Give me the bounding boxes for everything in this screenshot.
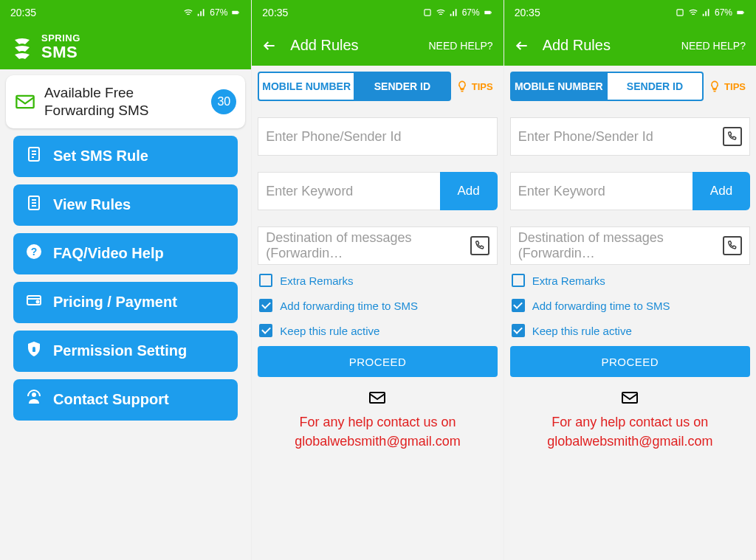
checkbox-checked-icon [259,299,272,312]
tab-row: MOBILE NUMBER SENDER ID TIPS [510,72,750,101]
menu-pricing[interactable]: Pricing / Payment [13,282,238,323]
checkbox-checked-icon [512,324,525,337]
battery-percent: 67% [462,7,480,18]
tab-mobile-number[interactable]: MOBILE NUMBER [510,72,608,101]
add-keyword-button[interactable]: Add [693,172,750,210]
keep-active-check[interactable]: Keep this rule active [510,321,750,340]
menu-label: Pricing / Payment [53,294,177,311]
help-block: For any help contact us on globalwebsmit… [510,389,750,451]
svg-rect-18 [743,12,743,13]
help-icon: ? [25,243,43,264]
extra-remarks-check[interactable]: Extra Remarks [258,271,497,290]
status-bar: 20:35 67% [504,0,756,25]
checkbox-checked-icon [512,299,525,312]
contacts-icon[interactable] [723,127,742,146]
proceed-button[interactable]: PROCEED [258,346,497,377]
tips-label: TIPS [724,81,746,92]
tips-label: TIPS [472,81,493,92]
add-keyword-button[interactable]: Add [440,172,498,210]
check-label: Extra Remarks [532,274,605,287]
keyword-input[interactable]: Enter Keyword [258,172,439,210]
envelope-icon [365,389,389,407]
destination-input[interactable]: Destination of messages (Forwardin… [258,227,497,265]
phone-sender-input[interactable]: Enter Phone/Sender Id [510,117,750,156]
fwd-time-check[interactable]: Add forwarding time to SMS [510,296,750,315]
tips-link[interactable]: TIPS [451,72,498,101]
envelope-icon [618,389,642,407]
need-help-link[interactable]: NEED HELP? [681,40,746,52]
keyword-input[interactable]: Enter Keyword [510,172,693,210]
extra-remarks-check[interactable]: Extra Remarks [510,271,750,290]
contacts-icon[interactable] [723,236,742,255]
wifi-icon [183,7,193,18]
phone-sender-input[interactable]: Enter Phone/Sender Id [258,117,497,156]
status-time: 20:35 [262,7,288,18]
rule-icon [25,145,43,167]
menu-label: Permission Setting [53,342,187,359]
keep-active-check[interactable]: Keep this rule active [258,321,497,340]
card-title: Available Free Forwarding SMS [44,84,202,120]
signal-icon [701,7,712,18]
tab-sender-id[interactable]: SENDER ID [355,72,451,101]
back-arrow-icon[interactable] [262,38,277,53]
svg-rect-12 [425,10,430,15]
envelope-icon [15,91,35,112]
free-sms-card[interactable]: Available Free Forwarding SMS 30 [6,75,245,128]
status-bar: 20:35 67% [0,0,251,25]
checkbox-checked-icon [259,324,272,337]
back-arrow-icon[interactable] [515,38,529,53]
svg-rect-1 [238,12,239,13]
check-label: Add forwarding time to SMS [532,300,670,312]
help-line1: For any help contact us on [510,412,750,432]
battery-icon [483,7,493,18]
app-bar-title: Add Rules [543,37,668,54]
keyword-placeholder: Enter Keyword [266,184,353,199]
menu-label: Contact Support [53,391,169,408]
menu-view-rules[interactable]: View Rules [13,184,238,226]
menu-set-sms-rule[interactable]: Set SMS Rule [13,136,238,177]
need-help-link[interactable]: NEED HELP? [429,40,493,52]
status-time: 20:35 [515,7,540,18]
svg-rect-15 [370,393,385,403]
tab-sender-id[interactable]: SENDER ID [608,72,704,101]
phone-sender-placeholder: Enter Phone/Sender Id [518,129,723,145]
fwd-time-check[interactable]: Add forwarding time to SMS [258,296,497,315]
keyword-row: Enter Keyword Add [258,172,497,210]
pay-icon [25,291,43,313]
menu-permission[interactable]: Permission Setting [13,331,238,372]
check-label: Add forwarding time to SMS [280,300,418,312]
app-bar-title: Add Rules [290,37,415,54]
destination-input[interactable]: Destination of messages (Forwardin… [510,227,750,265]
phone-sender-placeholder: Enter Phone/Sender Id [266,129,489,145]
screenshot-icon [422,7,433,18]
check-label: Extra Remarks [280,274,353,287]
status-time: 20:35 [10,7,36,18]
svg-rect-16 [677,10,683,15]
list-icon [25,194,43,215]
help-line1: For any help contact us on [258,412,497,432]
keyword-row: Enter Keyword Add [510,172,750,210]
wifi-icon [688,7,698,18]
tab-mobile-number[interactable]: MOBILE NUMBER [258,72,355,101]
screen-add-rules: 20:35 67% Add Rules NEED HELP? MOBILE NU… [504,0,756,560]
checkbox-icon [512,274,525,287]
menu-contact[interactable]: Contact Support [13,379,238,421]
tips-link[interactable]: TIPS [704,72,750,101]
contacts-icon[interactable] [470,236,489,255]
app-bar: Add Rules NEED HELP? [504,25,756,66]
tab-row: MOBILE NUMBER SENDER ID TIPS [258,72,497,101]
shield-icon [25,340,43,362]
app-bar: SPRING SMS [0,25,251,69]
signal-icon [196,7,207,18]
brand: SPRING SMS [10,33,80,61]
lightbulb-icon [708,80,721,93]
battery-icon [735,7,746,18]
menu-label: Set SMS Rule [53,148,148,165]
menu-faq[interactable]: ? FAQ/Video Help [13,233,238,274]
proceed-button[interactable]: PROCEED [510,346,750,377]
help-block: For any help contact us on globalwebsmit… [258,389,497,451]
status-bar: 20:35 67% [252,0,503,25]
screenshot-root: 20:35 67% SPRING SMS [0,0,756,560]
svg-rect-19 [622,393,637,403]
app-bar: Add Rules NEED HELP? [252,25,503,66]
